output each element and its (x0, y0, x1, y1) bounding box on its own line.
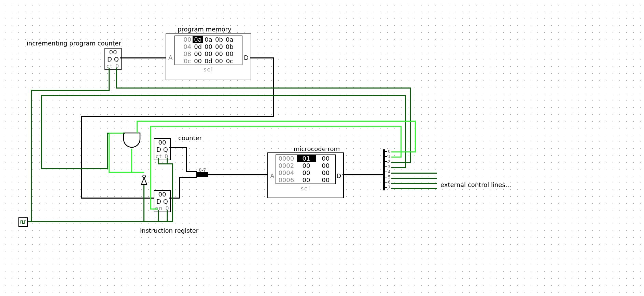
clock-wire (158, 163, 173, 164)
pm-d-label: D (244, 54, 249, 61)
rom-d-label: D (336, 172, 341, 179)
wire (179, 177, 197, 178)
ctl-wire (107, 133, 108, 169)
ext-line (391, 188, 437, 189)
ext-line (391, 183, 437, 184)
splitter-0-7-label: 0-7 (199, 167, 206, 173)
pc-q-label: Q (114, 56, 119, 63)
svg-point-1 (143, 175, 145, 178)
ctl-wire-bright (150, 126, 151, 209)
clock-wire (31, 90, 32, 222)
ctl-wire-bright (401, 126, 402, 158)
ctl-wire (116, 68, 117, 89)
ctl-wire (391, 162, 410, 163)
ctl-wire (41, 168, 108, 169)
label-counter: counter (178, 134, 202, 142)
ctl-wire (116, 88, 411, 89)
clock-wire (158, 158, 159, 164)
ctl-wire-bright (150, 126, 402, 127)
program-memory-block[interactable]: A D 00 0a 0a 0b 0a 04 0d 00 00 0b (166, 33, 251, 80)
ir-d-label: D (156, 198, 161, 205)
ctl-wire (391, 167, 405, 168)
svg-marker-0 (141, 178, 147, 185)
ctl-wire-bright (391, 151, 416, 152)
ctl-wire-bright (137, 121, 416, 122)
ctl-wire-bright (150, 208, 158, 210)
clock-wire (167, 158, 168, 164)
gate-wire (131, 149, 132, 173)
clock-wire (28, 221, 173, 222)
ctl-wire (41, 95, 42, 169)
wire (208, 174, 268, 175)
clock-wire (158, 210, 159, 222)
wire (342, 174, 383, 175)
ext-line (391, 178, 437, 179)
pc-sub: ct 0 (105, 63, 121, 69)
pm-sel-label: sel (166, 66, 251, 73)
clock-wire (143, 185, 144, 222)
ext-line (391, 173, 437, 174)
rom-a-label: A (270, 172, 274, 179)
rom-sel-label: sel (268, 185, 343, 192)
pc-value: 00 (105, 49, 121, 56)
label-instruction-register: instruction register (140, 227, 198, 234)
clock-wire (172, 163, 173, 222)
gate-wire (131, 172, 144, 173)
wire (186, 147, 187, 172)
label-program-memory: program memory (178, 26, 232, 33)
gate-wire (109, 133, 110, 173)
not-gate[interactable] (141, 174, 148, 185)
counter-value: 00 (154, 139, 170, 146)
wire (169, 147, 186, 148)
clock-wire (31, 90, 109, 91)
ctl-wire-bright (391, 157, 402, 158)
clock-icon[interactable] (18, 217, 28, 227)
pm-a-label: A (168, 54, 172, 61)
program-counter-register[interactable]: 00 D Q ct 0 (104, 48, 122, 70)
microcode-rom-table: 0000 01 00 0002 00 00 0004 00 00 0006 00 (276, 155, 335, 184)
wire (250, 57, 274, 58)
counter-sub: ct 0 (154, 153, 170, 160)
wire (169, 198, 180, 199)
program-memory-table: 00 0a 0a 0b 0a 04 0d 00 00 0b 08 00 00 (182, 36, 235, 65)
splitter-body[interactable] (196, 172, 208, 177)
wire (81, 116, 82, 198)
gate-wire (109, 172, 132, 173)
ctl-wire-bright (137, 121, 138, 133)
output-pin-bar: 0 1 2 3 4 5 6 7 (385, 149, 391, 190)
clock-wire (109, 68, 110, 91)
ctl-wire (41, 95, 406, 96)
diagram-canvas: incrementing program counter program mem… (0, 0, 644, 296)
counter-q-label: Q (163, 146, 168, 153)
ir-value: 00 (154, 191, 170, 198)
microcode-rom-block[interactable]: A D 0000 01 00 0002 00 00 0004 00 00 (267, 152, 344, 198)
label-microcode-rom: microcode rom (294, 145, 340, 152)
ir-q-label: Q (163, 198, 168, 205)
label-external-control-lines: external control lines... (440, 181, 511, 188)
pc-d-label: D (107, 56, 112, 63)
clock-wire (167, 210, 168, 222)
counter-d-label: D (156, 146, 161, 153)
output-pin-body (383, 149, 385, 190)
wire (81, 116, 274, 117)
wire (120, 57, 166, 58)
wire (186, 171, 197, 172)
gate-wire (109, 133, 123, 134)
ctl-wire-bright (415, 121, 416, 152)
ctl-wire (405, 95, 406, 168)
label-incrementing-pc: incrementing program counter (27, 40, 121, 47)
counter-register[interactable]: 00 D Q ct 0 (154, 138, 171, 160)
wire (179, 177, 180, 198)
